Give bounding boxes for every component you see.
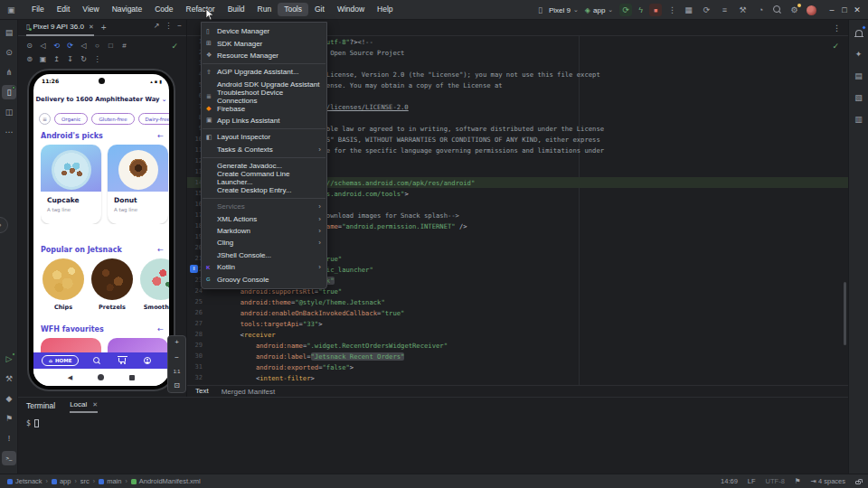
more-icon[interactable]: ⋮ (91, 53, 103, 65)
menu-item-create-command-line-launcher[interactable]: Create Command Line Launcher... (202, 172, 326, 183)
zoom-fit-button[interactable]: ⊡ (174, 382, 180, 389)
run-tool-icon[interactable]: ▷ (2, 352, 16, 366)
project-icon[interactable]: ▤ (2, 25, 16, 40)
menubar-item-help[interactable]: Help (371, 3, 399, 17)
code-line-31[interactable]: 31 android:exported="false"> (187, 361, 848, 372)
nav-search-icon[interactable] (93, 357, 100, 364)
rerun-button[interactable]: ⟳ (619, 4, 632, 16)
menu-item-resource-manager[interactable]: ❖Resource Manager (202, 50, 326, 61)
gutter-badge[interactable]: ‖ (190, 265, 198, 273)
rotate-left-icon[interactable]: ⟲ (51, 40, 62, 52)
avatar[interactable] (807, 5, 816, 15)
filter-chip-dairy-free[interactable]: Dairy-free (138, 113, 169, 125)
scroll-arrow-icon[interactable]: ← (157, 132, 164, 140)
filter-chip-organic[interactable]: Organic (54, 113, 88, 125)
structure-icon[interactable]: ◫ (2, 105, 16, 119)
fold-icon[interactable]: # (118, 40, 130, 52)
stop-button[interactable]: ■ (649, 4, 662, 16)
pull-requests-icon[interactable]: ⋔ (2, 65, 16, 80)
indent-setting[interactable]: ⇥ 4 spaces (811, 477, 845, 485)
file-encoding[interactable]: UTF-8 (766, 477, 785, 485)
close-tab-icon[interactable]: ✕ (92, 401, 98, 408)
commit-icon[interactable]: ⊙ (2, 45, 16, 60)
menubar-item-navigate[interactable]: Navigate (106, 3, 149, 17)
phone-screen[interactable]: 11:26 ▴▪▮ Delivery to 1600 Amphitheater … (33, 74, 169, 386)
settings-icon[interactable]: ⚙ (788, 5, 800, 16)
zoom-actual-button[interactable]: 1:1 (174, 370, 181, 375)
rotate-right-icon[interactable]: ⟳ (64, 40, 76, 52)
overview-icon[interactable]: □ (105, 40, 117, 52)
line-ending[interactable]: LF (748, 477, 756, 485)
code-line-30[interactable]: 30 android:label="Jetsnack Recent Orders… (187, 351, 848, 361)
vcs-icon[interactable]: ⚑ (795, 477, 801, 485)
running-devices-icon[interactable]: ▯ (2, 85, 16, 99)
new-device-tab-button[interactable]: + (101, 23, 107, 33)
open-in-window-icon[interactable]: ↗ (154, 22, 160, 30)
screen-record-icon[interactable]: ▣ (37, 53, 49, 65)
app-quality-insights-icon[interactable]: ◆ (2, 391, 16, 406)
problems-icon[interactable]: ! (2, 431, 16, 446)
code-line-25[interactable]: 25 android:theme="@style/Theme.Jetsnack" (187, 296, 848, 307)
more-actions-icon[interactable]: ⋮ (668, 5, 676, 14)
menu-item-troubleshoot-device-connections[interactable]: ≣Troubleshoot Device Connections (202, 90, 326, 102)
menu-item-markdown[interactable]: Markdown› (202, 225, 326, 237)
menubar-item-view[interactable]: View (76, 3, 105, 17)
menubar-item-edit[interactable]: Edit (51, 3, 77, 17)
menubar-item-file[interactable]: File (25, 3, 51, 17)
editor-tab-merged-manifest[interactable]: Merged Manifest (222, 386, 276, 398)
build-icon[interactable]: ⚒ (737, 5, 749, 16)
device-selector[interactable]: ▯ Pixel 9⌄ (534, 5, 579, 16)
sync-project-icon[interactable]: ⟳ (701, 5, 712, 16)
gemini-icon[interactable]: ✦ (852, 47, 866, 61)
menu-item-layout-inspector[interactable]: ◧Layout Inspector (202, 131, 326, 143)
popular-snack-pretzels[interactable] (91, 258, 133, 300)
menu-item-xml-actions[interactable]: XML Actions› (202, 212, 326, 224)
more-tool-windows-icon[interactable]: ⋯ (2, 125, 16, 139)
popular-snack-smoothies[interactable] (140, 258, 169, 300)
zoom-in-button[interactable]: + (175, 339, 179, 346)
upload-icon[interactable]: ↥ (51, 53, 62, 65)
search-icon[interactable] (773, 5, 782, 14)
popular-snack-chips[interactable] (42, 258, 84, 300)
readonly-lock-icon[interactable] (855, 481, 861, 484)
menubar-item-tools[interactable]: Tools (278, 3, 308, 17)
build-tool-icon[interactable]: ⚒ (2, 371, 16, 386)
delivery-address-selector[interactable]: Delivery to 1600 Amphitheater Way ⌄ (33, 96, 169, 103)
inspections-ok-icon[interactable]: ✓ (832, 42, 839, 51)
menu-item-app-links-assistant[interactable]: ▣App Links Assistant (202, 115, 326, 127)
code-line-28[interactable]: 28 <receiver (187, 329, 848, 340)
android-back-button[interactable]: ◀ (68, 374, 72, 381)
device-pairing-icon[interactable]: ▦ (683, 5, 694, 16)
menu-item-agp-upgrade-assistant[interactable]: ⇧AGP Upgrade Assistant... (202, 66, 326, 78)
menu-item-tasks-contexts[interactable]: Tasks & Contexts› (202, 144, 326, 155)
editor-tab-text[interactable]: Text (195, 386, 209, 398)
scroll-arrow-icon[interactable]: ← (157, 325, 164, 333)
maximize-button[interactable]: □ (839, 5, 850, 14)
code-line-27[interactable]: 27 tools:targetApi="33"> (187, 318, 848, 329)
editor-options-icon[interactable]: ⋮ (833, 23, 841, 33)
minimize-button[interactable]: – (826, 5, 837, 14)
menubar-item-window[interactable]: Window (331, 3, 371, 17)
nav-home-button[interactable]: ⌂HOME (42, 355, 79, 366)
menubar-item-refactor[interactable]: Refactor (180, 3, 222, 17)
menu-item-jshell-console[interactable]: JShell Console... (202, 249, 326, 261)
back-icon[interactable]: ◁ (78, 40, 90, 52)
nav-cart-icon[interactable] (118, 358, 126, 362)
filters-icon[interactable]: ≡ (39, 113, 51, 125)
app-insights-icon[interactable]: ▧ (852, 90, 866, 105)
reset-icon[interactable]: ↻ (78, 53, 90, 65)
terminal-icon[interactable]: >_ (2, 451, 16, 465)
download-icon[interactable]: ↧ (64, 53, 76, 65)
android-overview-button[interactable] (129, 375, 135, 380)
menu-item-kotlin[interactable]: KKotlin› (202, 261, 326, 273)
breadcrumb-jetsnack[interactable]: Jetsnack (7, 477, 42, 485)
volume-icon[interactable]: ◁ (37, 40, 49, 52)
editor-scrollbar[interactable] (844, 282, 846, 345)
filter-chip-gluten-free[interactable]: Gluten-free (91, 113, 134, 125)
zoom-out-button[interactable]: − (175, 354, 179, 361)
breadcrumb-main[interactable]: main (99, 477, 121, 485)
menubar-item-build[interactable]: Build (222, 3, 251, 17)
power-icon[interactable]: ⊙ (24, 40, 35, 52)
breadcrumb-app[interactable]: app (52, 477, 71, 485)
menu-item-cling[interactable]: Cling› (202, 237, 326, 249)
